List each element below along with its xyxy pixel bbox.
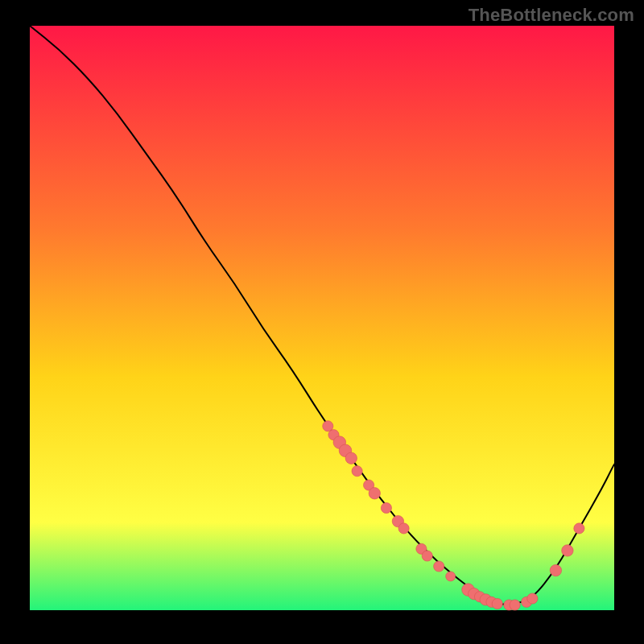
scatter-dot xyxy=(446,572,456,581)
scatter-dot xyxy=(510,600,520,610)
scatter-dot xyxy=(492,598,502,609)
scatter-dot xyxy=(398,523,409,534)
scatter-dot xyxy=(369,488,380,499)
chart-container: { "watermark": "TheBottleneck.com", "col… xyxy=(0,0,644,644)
scatter-dot xyxy=(434,561,444,572)
scatter-dot xyxy=(562,545,573,556)
scatter-dot xyxy=(574,523,584,534)
scatter-dot xyxy=(527,593,538,604)
scatter-dot xyxy=(422,551,432,561)
scatter-dot xyxy=(381,502,391,513)
scatter-dot xyxy=(550,564,561,576)
scatter-dot xyxy=(352,466,362,477)
scatter-dot xyxy=(345,452,357,464)
bottleneck-chart xyxy=(0,0,644,644)
